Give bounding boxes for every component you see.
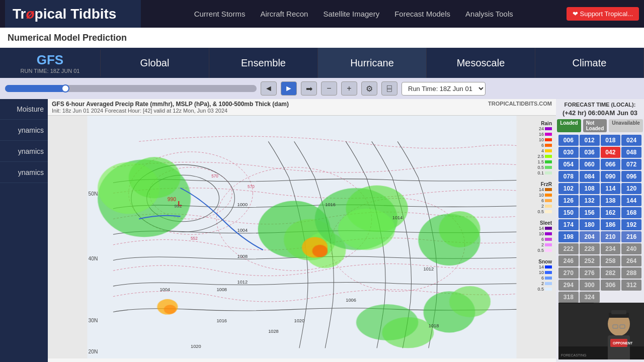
forecast-cell-294[interactable]: 294 bbox=[558, 280, 579, 291]
forecast-cell-060[interactable]: 060 bbox=[580, 159, 600, 170]
sidebar-item-dynamics1[interactable]: ynamics bbox=[0, 120, 48, 141]
forecast-cell-174[interactable]: 174 bbox=[558, 219, 579, 230]
sub-header: Numerical Model Prediction bbox=[0, 28, 644, 48]
forecast-cell-204[interactable]: 204 bbox=[580, 231, 600, 242]
tab-hurricane[interactable]: Hurricane bbox=[318, 48, 427, 78]
settings-button[interactable]: ⚙ bbox=[361, 81, 377, 96]
forecast-cell-324[interactable]: 324 bbox=[580, 292, 600, 303]
forecast-cell-048[interactable]: 048 bbox=[621, 147, 641, 158]
forecast-cell-012[interactable]: 012 bbox=[580, 135, 600, 146]
nav-aircraft-recon[interactable]: Aircraft Recon bbox=[260, 10, 308, 18]
forecast-cell-252[interactable]: 252 bbox=[580, 255, 600, 266]
forecast-cell-114[interactable]: 114 bbox=[601, 183, 621, 194]
forecast-cell-198[interactable]: 198 bbox=[558, 231, 579, 242]
run-time-select[interactable]: Run Time: 18Z Jun 01 bbox=[401, 82, 486, 96]
sidebar-item-dynamics2[interactable]: ynamics bbox=[0, 141, 48, 162]
legend-snow: Snow 14 10 6 2 0.5 bbox=[537, 259, 552, 292]
forecast-cell-186[interactable]: 186 bbox=[601, 219, 621, 230]
forecast-cell-240[interactable]: 240 bbox=[621, 243, 641, 254]
map-area: GFS 6-hour Averaged Precip Rate (mm/hr),… bbox=[48, 99, 556, 362]
svg-point-15 bbox=[338, 209, 395, 250]
status-not-loaded: Not Loaded bbox=[583, 119, 607, 132]
forecast-cell-246[interactable]: 246 bbox=[558, 255, 579, 266]
svg-point-23 bbox=[312, 245, 328, 257]
nav-satellite-imagery[interactable]: Satellite Imagery bbox=[323, 10, 379, 18]
forecast-cell-192[interactable]: 192 bbox=[621, 219, 641, 230]
forecast-cell-180[interactable]: 180 bbox=[580, 219, 600, 230]
plus-button[interactable]: + bbox=[341, 81, 357, 96]
minus-button[interactable]: − bbox=[321, 81, 337, 96]
forecast-cell-162[interactable]: 162 bbox=[601, 207, 621, 218]
svg-text:1008: 1008 bbox=[216, 287, 227, 292]
svg-text:1020: 1020 bbox=[191, 344, 201, 349]
tab-climate[interactable]: Climate bbox=[535, 48, 644, 78]
forecast-cell-216[interactable]: 216 bbox=[621, 231, 641, 242]
forecast-cell-042[interactable]: 042 bbox=[601, 147, 621, 158]
forecast-cell-078[interactable]: 078 bbox=[558, 171, 579, 182]
forecast-cell-234[interactable]: 234 bbox=[601, 243, 621, 254]
forecast-cell-072[interactable]: 072 bbox=[621, 159, 641, 170]
forecast-cell-024[interactable]: 024 bbox=[621, 135, 641, 146]
map-visual[interactable]: L 990 992 50N 40N 30N 20N 1000 1004 1008… bbox=[48, 116, 556, 358]
forecast-cell-144[interactable]: 144 bbox=[621, 195, 641, 206]
forecast-cell-096[interactable]: 096 bbox=[621, 171, 641, 182]
svg-rect-56 bbox=[611, 310, 626, 314]
tab-bar: Global Ensemble Hurricane Mesoscale Clim… bbox=[101, 48, 644, 78]
progress-handle[interactable] bbox=[61, 84, 69, 93]
forecast-cell-228[interactable]: 228 bbox=[580, 243, 600, 254]
forecast-cell-264[interactable]: 264 bbox=[621, 255, 641, 266]
forecast-cell-258[interactable]: 258 bbox=[601, 255, 621, 266]
forecast-cell-102[interactable]: 102 bbox=[558, 183, 579, 194]
svg-point-17 bbox=[439, 211, 480, 247]
forecast-cell-318[interactable]: 318 bbox=[558, 292, 579, 303]
svg-text:1020: 1020 bbox=[294, 318, 305, 323]
forecast-cell-108[interactable]: 108 bbox=[580, 183, 600, 194]
nav-forecast-models[interactable]: Forecast Models bbox=[394, 10, 450, 18]
sidebar-item-dynamics3[interactable]: ynamics bbox=[0, 162, 48, 183]
forecast-cell-282[interactable]: 282 bbox=[601, 267, 621, 279]
forecast-cell-300[interactable]: 300 bbox=[580, 280, 600, 291]
forecast-cell-222[interactable]: 222 bbox=[558, 243, 579, 254]
forecast-cell-018[interactable]: 018 bbox=[601, 135, 621, 146]
play-button[interactable]: ► bbox=[281, 81, 297, 96]
prev-button[interactable]: ◄ bbox=[261, 81, 277, 96]
forecast-cell-306[interactable]: 306 bbox=[601, 280, 621, 291]
forecast-cell-120[interactable]: 120 bbox=[621, 183, 641, 194]
forecast-cell-006[interactable]: 006 bbox=[558, 135, 579, 146]
model-name: GFS bbox=[37, 52, 63, 68]
forecast-cell-030[interactable]: 030 bbox=[558, 147, 579, 158]
forecast-cell-036[interactable]: 036 bbox=[580, 147, 600, 158]
logo[interactable]: Trøpical Tidbits bbox=[13, 6, 116, 22]
forecast-cell-156[interactable]: 156 bbox=[580, 207, 600, 218]
tab-ensemble[interactable]: Ensemble bbox=[209, 48, 318, 78]
forecast-cell-288[interactable]: 288 bbox=[621, 267, 641, 279]
forecast-cell-312[interactable]: 312 bbox=[621, 280, 641, 291]
forecast-cell-168[interactable]: 168 bbox=[621, 207, 641, 218]
forecast-cell-138[interactable]: 138 bbox=[601, 195, 621, 206]
timeline-scrubber[interactable] bbox=[5, 85, 257, 92]
forecast-cell-276[interactable]: 276 bbox=[580, 267, 600, 279]
right-panel: FORECAST TIME (LOCAL): (+42 hr) 06:00AM … bbox=[556, 99, 644, 362]
tab-global[interactable]: Global bbox=[101, 48, 209, 78]
sidebar-item-moisture[interactable]: Moisture bbox=[0, 99, 48, 120]
svg-text:1006: 1006 bbox=[346, 298, 356, 303]
step-forward-button[interactable]: ➡ bbox=[301, 81, 317, 96]
legend-rain: Rain 24 16 10 6 4 2.5 1.5 0.5 0.1 bbox=[537, 121, 552, 175]
nav-current-storms[interactable]: Current Storms bbox=[194, 10, 246, 18]
forecast-cell-270[interactable]: 270 bbox=[558, 267, 579, 279]
forecast-cell-132[interactable]: 132 bbox=[580, 195, 600, 206]
support-button[interactable]: ❤ Support Tropical... bbox=[567, 7, 639, 21]
forecast-cell-210[interactable]: 210 bbox=[601, 231, 621, 242]
forecast-cell-084[interactable]: 084 bbox=[580, 171, 600, 182]
tabs-row: GFS RUN TIME: 18Z JUN 01 Global Ensemble… bbox=[0, 48, 644, 78]
nav-analysis-tools[interactable]: Analysis Tools bbox=[465, 10, 513, 18]
keyboard-button[interactable]: ⌸ bbox=[381, 81, 397, 96]
forecast-cell-150[interactable]: 150 bbox=[558, 207, 579, 218]
svg-text:1012: 1012 bbox=[237, 280, 248, 285]
svg-point-19 bbox=[449, 286, 491, 317]
forecast-cell-066[interactable]: 066 bbox=[601, 159, 621, 170]
forecast-cell-126[interactable]: 126 bbox=[558, 195, 579, 206]
tab-mesoscale[interactable]: Mesoscale bbox=[427, 48, 535, 78]
forecast-cell-054[interactable]: 054 bbox=[558, 159, 579, 170]
forecast-cell-090[interactable]: 090 bbox=[601, 171, 621, 182]
